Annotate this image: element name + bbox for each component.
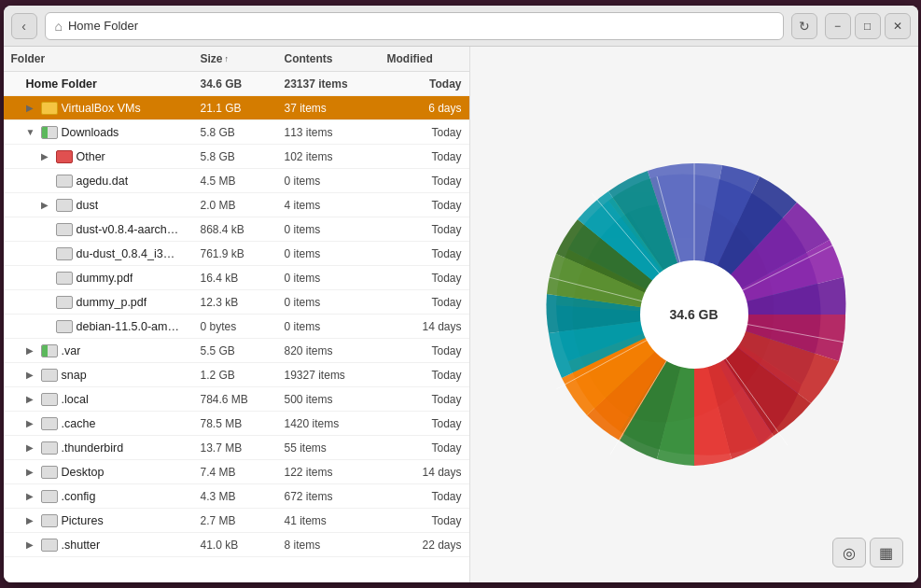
expand-arrow[interactable]: ▶: [26, 515, 37, 525]
file-row-agedu[interactable]: agedu.dat4.5 MB0 itemsToday: [4, 169, 469, 193]
file-row-home[interactable]: Home Folder34.6 GB23137 itemsToday: [4, 72, 469, 96]
file-name-label: debian-11.5.0-am…: [77, 320, 179, 333]
modified-value: Today: [387, 393, 462, 406]
back-button[interactable]: ‹: [11, 13, 37, 39]
expand-arrow[interactable]: ▶: [26, 370, 37, 380]
expand-arrow[interactable]: ▶: [26, 394, 37, 404]
titlebar: ‹ ⌂ Home Folder ↻ − □ ✕: [4, 6, 918, 47]
expand-arrow[interactable]: ▶: [41, 151, 52, 161]
file-list[interactable]: Folder Size ↑ Contents Modified Home Fol…: [4, 47, 470, 582]
expand-arrow[interactable]: ▶: [26, 467, 37, 477]
file-row-dust-v084[interactable]: dust-v0.8.4-aarch…868.4 kB0 itemsToday: [4, 217, 469, 242]
view-list-button[interactable]: ▦: [870, 538, 903, 567]
modified-value: Today: [387, 296, 462, 309]
chart-panel: 34.6 GB ◎ ▦: [470, 47, 918, 582]
contents-value: 4 items: [285, 199, 387, 212]
contents-value: 55 items: [285, 441, 387, 455]
file-row-snap[interactable]: ▶snap1.2 GB19327 itemsToday: [4, 363, 469, 387]
modified-value: Today: [387, 175, 462, 188]
file-name-label: dust: [77, 199, 99, 212]
contents-value: 8 items: [285, 539, 387, 552]
modified-value: Today: [387, 272, 462, 285]
file-row-dust[interactable]: ▶dust2.0 MB4 itemsToday: [4, 193, 469, 217]
expand-arrow[interactable]: ▶: [26, 539, 37, 550]
size-value: 5.8 GB: [201, 126, 285, 139]
close-button[interactable]: ✕: [885, 13, 911, 39]
file-row-thunderbird[interactable]: ▶.thunderbird13.7 MB55 itemsToday: [4, 436, 469, 460]
name-cell: ▶.cache: [11, 417, 201, 430]
maximize-button[interactable]: □: [855, 13, 881, 39]
modified-value: Today: [387, 417, 462, 430]
size-value: 13.7 MB: [201, 441, 285, 455]
file-icon: [56, 247, 73, 260]
name-cell: ▶.thunderbird: [11, 441, 201, 455]
size-value: 5.5 GB: [201, 344, 285, 357]
modified-value: 6 days: [387, 102, 462, 115]
contents-value: 672 items: [285, 490, 387, 503]
expand-arrow[interactable]: ▼: [26, 127, 37, 137]
modified-value: 14 days: [387, 466, 462, 479]
size-value: 41.0 kB: [201, 539, 285, 552]
name-cell: ▶.config: [11, 490, 201, 503]
name-cell: du-dust_0.8.4_i3…: [11, 247, 201, 260]
file-row-du-dust[interactable]: du-dust_0.8.4_i3…761.9 kB0 itemsToday: [4, 242, 469, 266]
file-row-debian[interactable]: debian-11.5.0-am…0 bytes0 items14 days: [4, 315, 469, 339]
view-rings-button[interactable]: ◎: [832, 538, 866, 567]
window-controls: − □ ✕: [825, 13, 911, 39]
name-cell: dummy.pdf: [11, 272, 201, 285]
file-name-label: Home Folder: [26, 77, 97, 91]
size-value: 1.2 GB: [201, 369, 285, 382]
file-row-dummy-pdf[interactable]: dummy.pdf16.4 kB0 itemsToday: [4, 266, 469, 290]
name-cell: ▶.local: [11, 393, 201, 406]
name-cell: agedu.dat: [11, 175, 201, 188]
chart-center-label: 34.6 GB: [669, 307, 718, 322]
name-cell: ▶Desktop: [11, 466, 201, 479]
file-row-downloads[interactable]: ▼Downloads5.8 GB113 itemsToday: [4, 120, 469, 145]
size-value: 4.5 MB: [201, 175, 285, 188]
expand-arrow[interactable]: ▶: [26, 103, 37, 113]
file-row-shutter[interactable]: ▶.shutter41.0 kB8 items22 days: [4, 533, 469, 557]
name-cell: ▶VirtualBox VMs: [11, 102, 201, 115]
file-row-desktop[interactable]: ▶Desktop7.4 MB122 items14 days: [4, 460, 469, 484]
expand-arrow[interactable]: ▶: [26, 442, 37, 453]
modified-value: Today: [387, 199, 462, 212]
folder-icon: [56, 150, 73, 163]
size-value: 4.3 MB: [201, 490, 285, 503]
contents-value: 37 items: [285, 102, 387, 115]
folder-icon: [41, 441, 58, 455]
file-name-label: dummy.pdf: [77, 272, 133, 285]
file-name-label: Pictures: [62, 514, 104, 527]
expand-arrow[interactable]: ▶: [26, 491, 37, 501]
file-row-var[interactable]: ▶.var5.5 GB820 itemsToday: [4, 339, 469, 363]
minimize-button[interactable]: −: [825, 13, 851, 39]
refresh-button[interactable]: ↻: [791, 13, 817, 39]
name-cell: ▶.shutter: [11, 539, 201, 552]
file-row-virtualbox[interactable]: ▶VirtualBox VMs21.1 GB37 items6 days: [4, 96, 469, 120]
file-name-label: dummy_p.pdf: [77, 296, 147, 309]
size-value: 868.4 kB: [201, 223, 285, 236]
modified-value: Today: [387, 514, 462, 527]
modified-value: Today: [387, 344, 462, 357]
folder-icon: [41, 126, 58, 139]
size-value: 0 bytes: [201, 320, 285, 333]
file-row-dummy-p-pdf[interactable]: dummy_p.pdf12.3 kB0 itemsToday: [4, 290, 469, 315]
expand-arrow[interactable]: ▶: [41, 200, 52, 210]
address-bar[interactable]: ⌂ Home Folder: [45, 12, 784, 40]
size-col-header: Size ↑: [201, 52, 285, 65]
name-cell: ▼Downloads: [11, 126, 201, 139]
expand-arrow[interactable]: ▶: [26, 418, 37, 428]
name-cell: ▶Pictures: [11, 514, 201, 527]
file-row-other[interactable]: ▶Other5.8 GB102 itemsToday: [4, 145, 469, 169]
file-name-label: Other: [77, 150, 105, 163]
folder-icon: [41, 344, 58, 357]
file-row-config[interactable]: ▶.config4.3 MB672 itemsToday: [4, 484, 469, 509]
file-row-pictures[interactable]: ▶Pictures2.7 MB41 itemsToday: [4, 509, 469, 533]
folder-icon: [41, 102, 58, 115]
file-row-cache[interactable]: ▶.cache78.5 MB1420 itemsToday: [4, 412, 469, 436]
modified-value: Today: [387, 247, 462, 260]
file-name-label: .shutter: [62, 539, 101, 552]
contents-value: 23137 items: [285, 77, 387, 91]
modified-value: Today: [387, 77, 462, 91]
expand-arrow[interactable]: ▶: [26, 345, 37, 356]
file-row-local[interactable]: ▶.local784.6 MB500 itemsToday: [4, 387, 469, 412]
